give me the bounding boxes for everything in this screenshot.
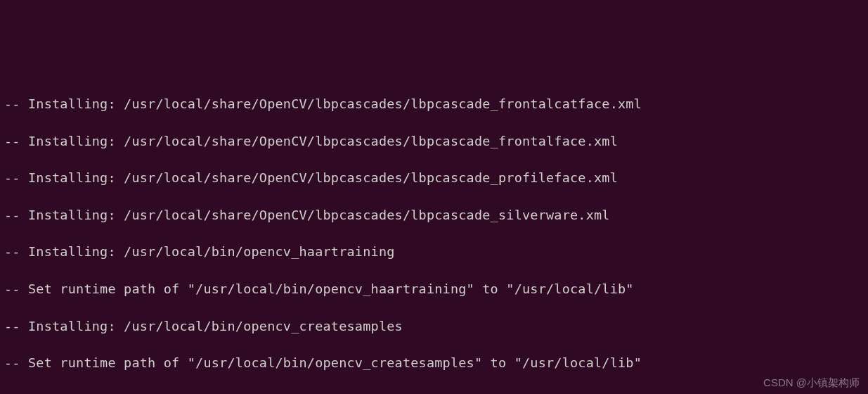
output-line: -- Installing: /usr/local/bin/opencv_per…: [4, 391, 864, 394]
output-line: -- Installing: /usr/local/share/OpenCV/l…: [4, 132, 864, 151]
output-line: -- Installing: /usr/local/bin/opencv_cre…: [4, 317, 864, 336]
output-line: -- Installing: /usr/local/share/OpenCV/l…: [4, 169, 864, 187]
watermark-text: CSDN @小镇架构师: [763, 375, 860, 390]
output-line: -- Installing: /usr/local/share/OpenCV/l…: [4, 95, 864, 113]
output-line: -- Installing: /usr/local/bin/opencv_haa…: [4, 243, 864, 261]
output-line: -- Set runtime path of "/usr/local/bin/o…: [4, 280, 864, 298]
output-line: -- Installing: /usr/local/share/OpenCV/l…: [4, 206, 864, 224]
terminal-viewport[interactable]: -- Installing: /usr/local/share/OpenCV/l…: [4, 77, 864, 394]
output-line: -- Set runtime path of "/usr/local/bin/o…: [4, 354, 864, 372]
